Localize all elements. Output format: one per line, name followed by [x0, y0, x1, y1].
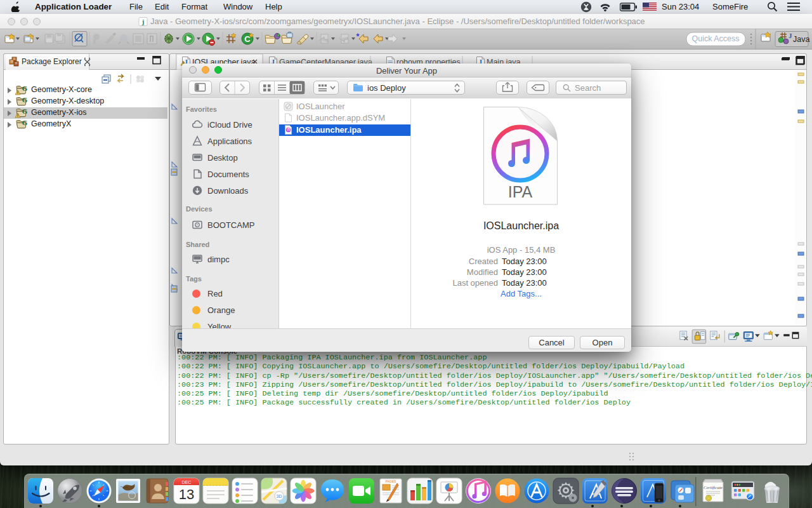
svg-text:Certificate: Certificate — [704, 485, 723, 490]
svg-text:DEC: DEC — [182, 480, 192, 485]
svg-text:C: C — [244, 34, 251, 44]
svg-text:PAGES: PAGES — [386, 479, 397, 483]
svg-text:Java: Java — [793, 35, 809, 44]
svg-text:j: j — [141, 18, 145, 25]
svg-text:J: J — [789, 32, 792, 39]
svg-text:13: 13 — [179, 486, 194, 502]
svg-text:3D: 3D — [277, 494, 282, 498]
svg-text:Quick Access: Quick Access — [691, 34, 739, 43]
svg-text:IPA: IPA — [508, 183, 533, 201]
